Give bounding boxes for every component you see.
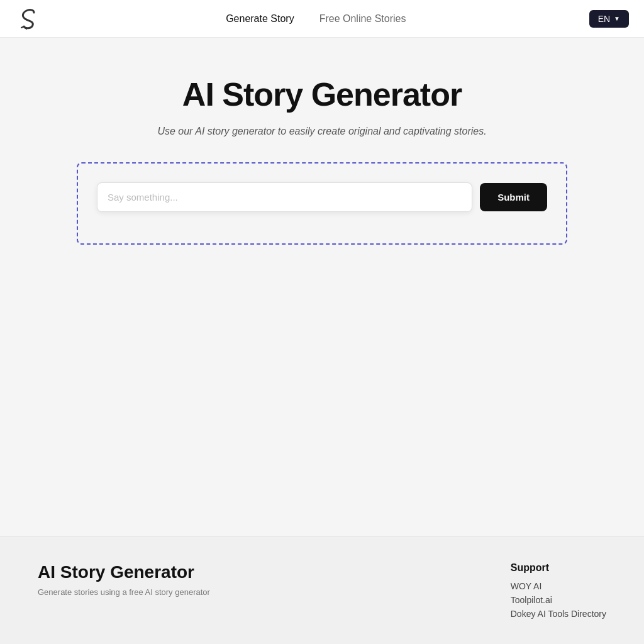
footer-link-dokey[interactable]: Dokey AI Tools Directory (511, 609, 606, 619)
story-input-container: Submit (77, 162, 567, 245)
navbar-right: EN ▼ (589, 10, 629, 28)
footer-brand-title: AI Story Generator (38, 562, 210, 582)
site-logo-icon (15, 5, 43, 33)
navbar-left (15, 5, 43, 33)
navbar: Generate Story Free Online Stories EN ▼ (0, 0, 644, 38)
footer-brand: AI Story Generator Generate stories usin… (38, 562, 210, 597)
footer-support-title: Support (511, 562, 606, 574)
footer-link-toolpilot[interactable]: Toolpilot.ai (511, 595, 606, 605)
page-title: AI Story Generator (182, 75, 462, 113)
page-subtitle: Use our AI story generator to easily cre… (157, 126, 486, 137)
nav-free-stories[interactable]: Free Online Stories (319, 11, 406, 27)
navbar-center: Generate Story Free Online Stories (226, 11, 406, 27)
input-row: Submit (97, 182, 547, 212)
footer-link-woy-ai[interactable]: WOY AI (511, 581, 606, 591)
story-text-input[interactable] (97, 182, 472, 212)
chevron-down-icon: ▼ (614, 15, 620, 22)
main-content: AI Story Generator Use our AI story gene… (0, 38, 644, 536)
footer: AI Story Generator Generate stories usin… (0, 536, 644, 644)
nav-generate-story[interactable]: Generate Story (226, 11, 294, 27)
lang-label: EN (598, 14, 610, 24)
submit-button[interactable]: Submit (480, 183, 547, 211)
language-selector-button[interactable]: EN ▼ (589, 10, 629, 28)
footer-brand-subtitle: Generate stories using a free AI story g… (38, 587, 210, 597)
footer-support: Support WOY AI Toolpilot.ai Dokey AI Too… (511, 562, 606, 619)
